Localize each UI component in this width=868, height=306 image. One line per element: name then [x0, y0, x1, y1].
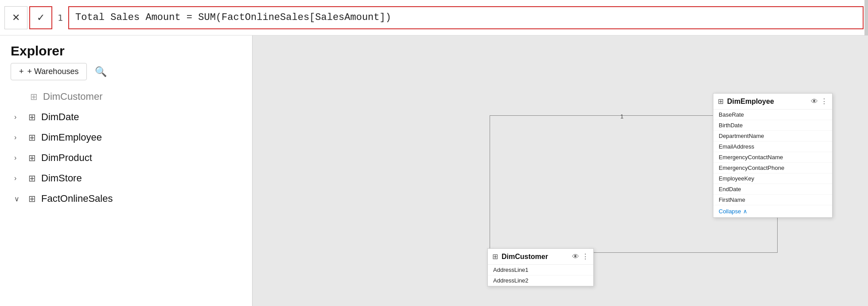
- card-icon-group: 👁 ⋮: [811, 97, 828, 106]
- table-card-icon: ⊞: [718, 97, 724, 106]
- card-field-enddate: EndDate: [713, 184, 832, 195]
- table-icon: ⊞: [28, 193, 36, 204]
- card-field-addressline1: AddressLine1: [488, 265, 593, 275]
- tree-item-dimproduct[interactable]: › ⊞ DimProduct: [0, 148, 252, 168]
- sidebar: Explorer + + Warehouses 🔍 ⊞ DimCustomer …: [0, 35, 253, 306]
- table-icon: ⊞: [28, 173, 36, 184]
- card-more-button[interactable]: ⋮: [821, 97, 828, 106]
- tree-item-label: DimEmployee: [41, 132, 102, 143]
- table-card-icon: ⊞: [492, 252, 498, 261]
- card-header: ⊞ DimEmployee 👁 ⋮: [713, 94, 832, 110]
- canvas-area[interactable]: 1 ⊞ DimEmployee 👁 ⋮ BaseRate BirthDate D…: [253, 35, 868, 306]
- formula-input[interactable]: [68, 6, 864, 29]
- tree-label: DimCustomer: [43, 91, 102, 102]
- card-field-emailaddress: EmailAddress: [713, 141, 832, 152]
- chevron-up-icon: ∧: [743, 208, 747, 215]
- tree-item-dimdate[interactable]: › ⊞ DimDate: [0, 107, 252, 127]
- table-icon: ⊞: [28, 153, 36, 163]
- tree-item-label: DimStore: [41, 173, 82, 184]
- card-eye-button[interactable]: 👁: [811, 98, 818, 106]
- tree-item-label: DimProduct: [41, 152, 92, 164]
- card-field-baserate: BaseRate: [713, 110, 832, 120]
- table-icon: ⊞: [28, 132, 36, 143]
- card-title-area: ⊞ DimEmployee: [718, 97, 774, 106]
- search-icon: 🔍: [95, 66, 107, 77]
- card-header: ⊞ DimCustomer 👁 ⋮: [488, 249, 593, 265]
- tree-item-dimcustomer-partial[interactable]: ⊞ DimCustomer: [0, 86, 252, 107]
- table-icon: ⊞: [28, 112, 36, 122]
- card-title: DimEmployee: [727, 98, 774, 106]
- line-indicator: 1: [620, 113, 623, 120]
- confirm-button[interactable]: ✓: [29, 6, 52, 29]
- card-field-emergencycontactphone: EmergencyContactPhone: [713, 163, 832, 173]
- chevron-right-icon: ›: [14, 133, 23, 141]
- card-field-departmentname: DepartmentName: [713, 131, 832, 141]
- card-field-firstname: FirstName: [713, 195, 832, 205]
- add-warehouses-label: + Warehouses: [27, 67, 79, 76]
- sidebar-toolbar: + + Warehouses 🔍: [0, 63, 252, 86]
- card-collapse-button[interactable]: Collapse ∧: [713, 205, 832, 217]
- card-title: DimCustomer: [502, 253, 548, 261]
- tree-item-label: FactOnlineSales: [41, 193, 113, 204]
- line-number: 1: [54, 12, 66, 23]
- card-field-birthdate: BirthDate: [713, 120, 832, 131]
- card-more-button[interactable]: ⋮: [582, 252, 589, 261]
- tree-item-factonlinesales[interactable]: ∨ ⊞ FactOnlineSales: [0, 188, 252, 209]
- tree-item-dimstore[interactable]: › ⊞ DimStore: [0, 168, 252, 188]
- cancel-button[interactable]: ✕: [4, 6, 27, 29]
- card-icon-group: 👁 ⋮: [572, 252, 589, 261]
- chevron-down-icon: ∨: [14, 195, 23, 203]
- table-icon: ⊞: [30, 91, 38, 102]
- card-eye-button[interactable]: 👁: [572, 253, 579, 261]
- card-field-employeekey: EmployeeKey: [713, 173, 832, 184]
- main-content: Explorer + + Warehouses 🔍 ⊞ DimCustomer …: [0, 35, 868, 306]
- chevron-right-icon: ›: [14, 113, 23, 121]
- tree-item-label: DimDate: [41, 111, 79, 123]
- dim-employee-card: ⊞ DimEmployee 👁 ⋮ BaseRate BirthDate Dep…: [713, 93, 833, 218]
- card-title-area: ⊞ DimCustomer: [492, 252, 548, 261]
- plus-icon: +: [19, 67, 24, 76]
- formula-bar: ✕ ✓ 1: [0, 0, 868, 35]
- card-field-addressline2: AddressLine2: [488, 275, 593, 286]
- dim-customer-card: ⊞ DimCustomer 👁 ⋮ AddressLine1 AddressLi…: [487, 248, 594, 286]
- sidebar-header: Explorer: [0, 35, 252, 63]
- search-button[interactable]: 🔍: [95, 66, 107, 78]
- card-field-emergencycontactname: EmergencyContactName: [713, 152, 832, 163]
- collapse-label: Collapse: [719, 208, 741, 215]
- tree-item-dimemployee[interactable]: › ⊞ DimEmployee: [0, 127, 252, 148]
- chevron-right-icon: ›: [14, 174, 23, 182]
- sidebar-list: ⊞ DimCustomer › ⊞ DimDate › ⊞ DimEmploye…: [0, 86, 252, 306]
- add-warehouses-button[interactable]: + + Warehouses: [11, 63, 87, 80]
- chevron-right-icon: ›: [14, 154, 23, 162]
- sidebar-title: Explorer: [11, 43, 65, 59]
